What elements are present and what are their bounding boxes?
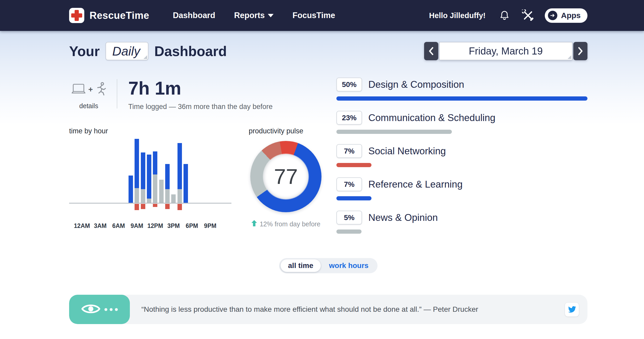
hour-bar-segment[interactable] (141, 189, 145, 203)
hour-bar-segment[interactable] (153, 151, 157, 174)
time-by-hour-label: time by hour (69, 127, 231, 135)
chart-axis (69, 203, 231, 204)
hour-axis-label: 6AM (109, 222, 128, 229)
page-title: Your Daily Dashboard (69, 42, 227, 60)
details-link[interactable]: details (69, 102, 108, 110)
category-list: 50% Design & Composition 23% Communicati… (336, 78, 587, 244)
category-percent-badge: 5% (336, 211, 362, 225)
dashboard-content: Your Daily Dashboard Friday, March 19 (0, 31, 644, 339)
hour-axis-label: 9PM (201, 222, 219, 229)
hour-bar-segment[interactable] (129, 176, 133, 203)
hour-bar-segment[interactable] (135, 139, 139, 188)
date-selector[interactable]: Friday, March 19 (439, 42, 573, 60)
category-bar (336, 96, 587, 101)
hour-bar-segment[interactable] (165, 204, 170, 209)
hour-axis-label: 3AM (91, 222, 109, 229)
category-percent-badge: 23% (336, 111, 362, 125)
category-label[interactable]: News & Opinion (368, 212, 438, 223)
mascot-eye-blob (69, 295, 130, 324)
time-by-hour-chart[interactable]: 12AM3AM6AM9AM12PM3PM6PM9PM (69, 137, 231, 238)
hour-axis-label: 12PM (146, 222, 164, 229)
hour-bar-segment[interactable] (153, 174, 157, 203)
next-day-button[interactable] (573, 42, 587, 60)
all-time-tab[interactable]: all time (281, 259, 320, 272)
apps-button-label: Apps (561, 11, 581, 20)
tools-icon[interactable] (521, 9, 535, 22)
hour-bar-segment[interactable] (177, 189, 182, 203)
hour-bar-segment[interactable] (165, 189, 170, 203)
laptop-icon (71, 83, 86, 96)
twitter-share-button[interactable] (565, 302, 579, 317)
hour-axis-label: 3PM (164, 222, 183, 229)
apps-button[interactable]: Apps (545, 8, 587, 23)
nav-reports[interactable]: Reports (234, 11, 274, 20)
notifications-bell-icon[interactable] (498, 9, 511, 22)
hour-bar-segment[interactable] (141, 204, 145, 209)
category-label[interactable]: Design & Composition (368, 79, 464, 90)
hour-axis-labels: 12AM3AM6AM9AM12PM3PM6PM9PM (69, 222, 231, 230)
hour-bar-segment[interactable] (135, 188, 139, 203)
hour-axis-label: 6PM (183, 222, 201, 229)
period-selected-value: Daily (112, 44, 140, 58)
hour-axis-label: 12AM (73, 222, 91, 229)
hour-bar-segment[interactable] (141, 152, 145, 189)
pulse-change-text: 12% from day before (260, 220, 320, 228)
date-value: Friday, March 19 (469, 46, 543, 57)
hour-bar-segment[interactable] (177, 143, 182, 189)
pulse-donut-hole: 77 (263, 154, 308, 199)
hour-bar-segment[interactable] (165, 164, 170, 189)
navbar: RescueTime Dashboard Reports FocusTime H… (0, 0, 644, 31)
brand-name[interactable]: RescueTime (90, 10, 149, 21)
cloud-arrow-icon (548, 11, 557, 20)
category-label[interactable]: Social Networking (368, 146, 446, 157)
work-hours-tab[interactable]: work hours (322, 259, 376, 272)
category-row: 50% Design & Composition (336, 78, 587, 101)
hour-bar-segment[interactable] (147, 155, 151, 199)
pulse-score: 77 (274, 164, 298, 189)
hour-bar-segment[interactable] (177, 204, 182, 210)
title-suffix: Dashboard (154, 43, 227, 59)
category-row: 23% Communication & Scheduling (336, 111, 587, 134)
nav-focustime[interactable]: FocusTime (292, 11, 335, 20)
user-greeting: Hello Jilleduffy! (429, 11, 486, 20)
hour-bar-segment[interactable] (135, 204, 139, 210)
period-selector[interactable]: Daily (106, 42, 149, 60)
category-percent-badge: 50% (336, 78, 362, 91)
nav-dashboard-label: Dashboard (173, 11, 215, 20)
productivity-pulse-donut[interactable]: 77 (250, 141, 321, 212)
hour-bar-segment[interactable] (147, 199, 151, 203)
category-percent-badge: 7% (336, 177, 362, 191)
nav-reports-label: Reports (234, 11, 265, 20)
date-navigation: Friday, March 19 (424, 42, 587, 60)
category-row: 7% Reference & Learning (336, 177, 587, 200)
twitter-bird-icon (568, 305, 576, 314)
plus-sign: + (88, 85, 93, 94)
hour-bar-segment[interactable] (159, 180, 164, 203)
category-bar (336, 229, 362, 234)
main-nav: Dashboard Reports FocusTime (173, 11, 335, 20)
chevron-down-icon (268, 14, 274, 17)
divider (117, 79, 117, 108)
category-bar (336, 163, 371, 167)
title-prefix: Your (69, 43, 100, 59)
rescuetime-logo[interactable] (69, 8, 84, 23)
time-filter-toggle: all time work hours (279, 258, 377, 273)
pulse-change: 12% from day before (251, 220, 320, 228)
nav-dashboard[interactable]: Dashboard (173, 11, 215, 20)
time-logged-note: Time logged — 36m more than the day befo… (128, 103, 273, 111)
quote-bar: “Nothing is less productive than to make… (69, 295, 587, 324)
category-row: 5% News & Opinion (336, 211, 587, 234)
prev-day-button[interactable] (424, 42, 438, 60)
category-label[interactable]: Reference & Learning (368, 179, 463, 190)
hour-bar-segment[interactable] (153, 204, 157, 207)
logo-cross-icon (71, 13, 82, 18)
select-grip-icon (143, 55, 147, 59)
category-percent-badge: 7% (336, 144, 362, 158)
select-grip-icon (568, 55, 571, 59)
category-label[interactable]: Communication & Scheduling (368, 112, 495, 123)
up-arrow-icon (251, 220, 257, 228)
category-bar (336, 196, 371, 200)
hour-bar-segment[interactable] (184, 164, 188, 203)
hour-bar-segment[interactable] (171, 194, 176, 203)
nav-focustime-label: FocusTime (292, 11, 335, 20)
